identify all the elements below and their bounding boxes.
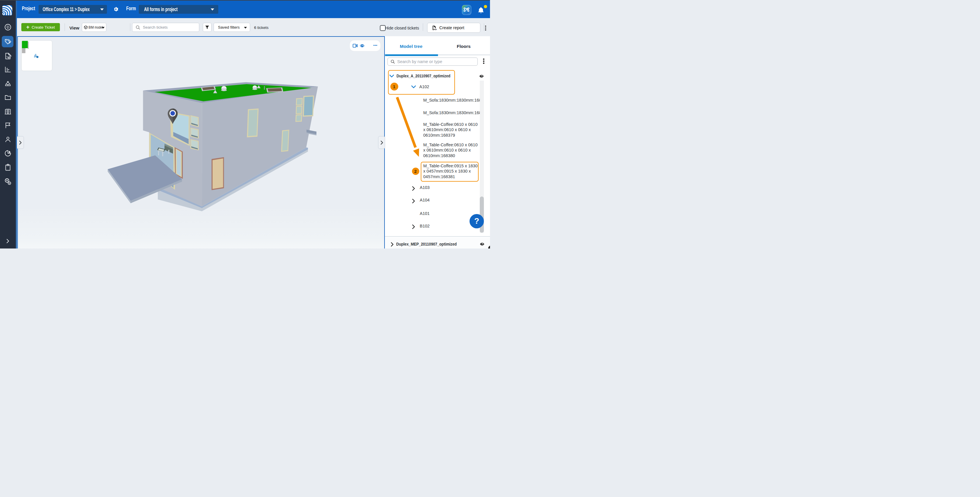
svg-text:PDF: PDF	[434, 28, 437, 30]
